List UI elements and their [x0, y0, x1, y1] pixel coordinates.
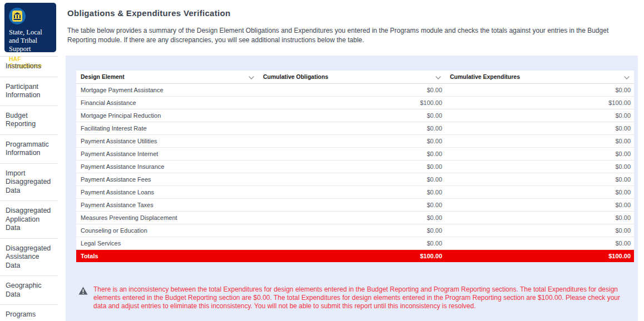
cell-element: Payment Assistance Taxes	[76, 199, 259, 212]
table-header-row: Design Element Cumulative Obligations Cu…	[76, 71, 634, 84]
inconsistency-warning: There is an inconsistency between the to…	[78, 285, 629, 310]
table-row: Payment Assistance Insurance$0.00$0.00	[76, 160, 634, 173]
column-label: Design Element	[81, 73, 125, 80]
chevron-down-icon[interactable]	[624, 74, 630, 81]
cell-expenditures: $0.00	[445, 224, 634, 237]
totals-row: Totals $100.00 $100.00	[76, 250, 634, 263]
cell-element: Counseling or Education	[76, 224, 259, 237]
cell-obligations: $0.00	[259, 224, 445, 237]
sidebar-item-instructions[interactable]: Instructions	[0, 56, 58, 77]
cell-obligations: $0.00	[259, 122, 445, 135]
cell-expenditures: $0.00	[445, 122, 634, 135]
content-panel: Design Element Cumulative Obligations Cu…	[66, 56, 638, 321]
table-row: Legal Services$0.00$0.00	[76, 237, 634, 250]
cell-element: Payment Assistance Internet	[76, 148, 259, 160]
cell-obligations: $100.00	[259, 97, 445, 109]
cell-element: Payment Assistance Loans	[76, 186, 259, 199]
warning-text: There is an inconsistency between the to…	[93, 285, 629, 310]
table-row: Payment Assistance Taxes$0.00$0.00	[76, 199, 634, 212]
logo-card: State, Local and Tribal Support HAF Comp…	[4, 3, 56, 52]
cell-element: Payment Assistance Utilities	[76, 135, 259, 148]
column-label: Cumulative Obligations	[263, 73, 328, 80]
cell-obligations: $0.00	[259, 173, 445, 186]
cell-element: Facilitating Interest Rate	[76, 122, 259, 135]
bank-icon	[9, 8, 26, 24]
table-row: Payment Assistance Utilities$0.00$0.00	[76, 135, 634, 148]
cell-expenditures: $0.00	[445, 186, 634, 199]
totals-label: Totals	[76, 250, 259, 263]
cell-expenditures: $0.00	[445, 199, 634, 212]
column-label: Cumulative Expenditures	[450, 73, 520, 80]
cell-expenditures: $0.00	[445, 84, 634, 97]
cell-obligations: $0.00	[259, 199, 445, 212]
cell-expenditures: $100.00	[445, 97, 634, 109]
cell-expenditures: $0.00	[445, 237, 634, 250]
sidebar-item-budget-reporting[interactable]: Budget Reporting	[0, 106, 58, 134]
cell-expenditures: $0.00	[445, 212, 634, 224]
sidebar-item-disaggregated-application-data[interactable]: Disaggregated Application Data	[0, 200, 58, 238]
cell-element: Mortgage Principal Reduction	[76, 109, 259, 122]
sidebar-item-import-disaggregated-data[interactable]: Import Disaggregated Data	[0, 163, 58, 201]
cell-element: Measures Preventing Displacement	[76, 212, 259, 224]
chevron-down-icon[interactable]	[249, 74, 254, 81]
sidebar-nav: InstructionsParticipant InformationBudge…	[0, 56, 58, 321]
cell-element: Financial Assistance	[76, 97, 259, 109]
table-row: Mortgage Principal Reduction$0.00$0.00	[76, 109, 634, 122]
cell-obligations: $0.00	[259, 84, 445, 97]
sidebar-item-geographic-data[interactable]: Geographic Data	[0, 275, 58, 304]
cell-obligations: $0.00	[259, 109, 445, 122]
cell-expenditures: $0.00	[445, 173, 634, 186]
sidebar-item-disaggregated-assistance-data[interactable]: Disaggregated Assistance Data	[0, 238, 58, 276]
table-row: Counseling or Education$0.00$0.00	[76, 224, 634, 237]
cell-expenditures: $0.00	[445, 109, 634, 122]
table-row: Facilitating Interest Rate$0.00$0.00	[76, 122, 634, 135]
column-header-cumulative-obligations[interactable]: Cumulative Obligations	[259, 71, 445, 84]
sidebar-item-programs[interactable]: Programs	[0, 304, 58, 321]
cell-obligations: $0.00	[259, 135, 445, 148]
totals-expenditures: $100.00	[445, 250, 634, 263]
table-row: Payment Assistance Fees$0.00$0.00	[76, 173, 634, 186]
table-row: Payment Assistance Loans$0.00$0.00	[76, 186, 634, 199]
table-row: Financial Assistance$100.00$100.00	[76, 97, 634, 109]
cell-obligations: $0.00	[259, 186, 445, 199]
cell-element: Legal Services	[76, 237, 259, 250]
cell-element: Mortgage Payment Assistance	[76, 84, 259, 97]
logo-title: State, Local and Tribal Support	[9, 28, 52, 53]
cell-obligations: $0.00	[259, 237, 445, 250]
cell-expenditures: $0.00	[445, 160, 634, 173]
cell-element: Payment Assistance Insurance	[76, 160, 259, 173]
page-title: Obligations & Expenditures Verification	[67, 8, 230, 18]
page-description: The table below provides a summary of th…	[67, 26, 633, 45]
warning-triangle-icon	[78, 287, 88, 297]
cell-obligations: $0.00	[259, 160, 445, 173]
table-row: Measures Preventing Displacement$0.00$0.…	[76, 212, 634, 224]
cell-expenditures: $0.00	[445, 135, 634, 148]
sidebar-item-participant-information[interactable]: Participant Information	[0, 77, 58, 106]
cell-obligations: $0.00	[259, 148, 445, 160]
sidebar-item-programmatic-information[interactable]: Programmatic Information	[0, 134, 58, 163]
totals-obligations: $100.00	[259, 250, 445, 263]
cell-obligations: $0.00	[259, 212, 445, 224]
table-row: Payment Assistance Internet$0.00$0.00	[76, 148, 634, 160]
column-header-design-element[interactable]: Design Element	[76, 71, 259, 84]
cell-expenditures: $0.00	[445, 148, 634, 160]
verification-table-card: Design Element Cumulative Obligations Cu…	[76, 71, 634, 262]
cell-element: Payment Assistance Fees	[76, 173, 259, 186]
table-body: Mortgage Payment Assistance$0.00$0.00Fin…	[76, 84, 634, 250]
table-row: Mortgage Payment Assistance$0.00$0.00	[76, 84, 634, 97]
chevron-down-icon[interactable]	[435, 74, 441, 81]
verification-table: Design Element Cumulative Obligations Cu…	[76, 71, 634, 262]
column-header-cumulative-expenditures[interactable]: Cumulative Expenditures	[445, 71, 634, 84]
